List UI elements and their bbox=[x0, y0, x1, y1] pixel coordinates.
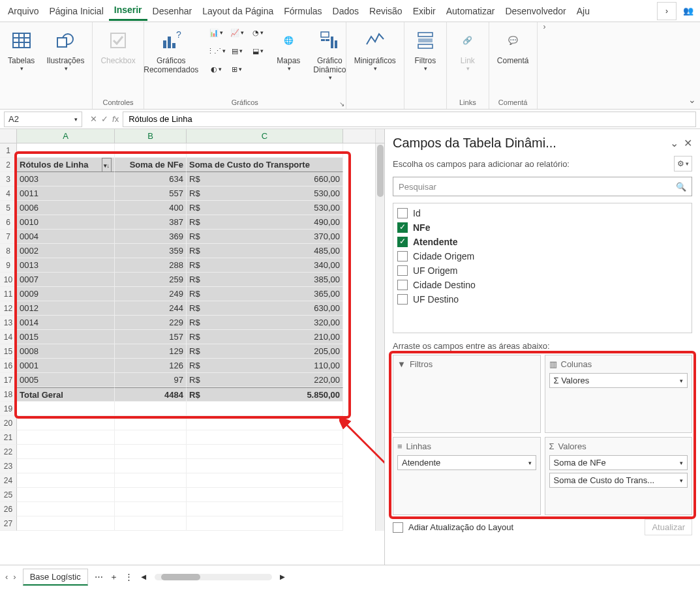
pivot-cell[interactable]: R$110,00 bbox=[187, 359, 343, 373]
pivot-cell[interactable]: R$340,00 bbox=[187, 258, 343, 273]
pivot-cell[interactable]: R$320,00 bbox=[187, 316, 343, 330]
overflow-button[interactable]: › bbox=[657, 2, 677, 20]
pivot-cell[interactable]: 129 bbox=[115, 344, 187, 359]
pivot-cell[interactable]: 0003 bbox=[17, 172, 115, 186]
filters-button[interactable]: Filtros▾ bbox=[408, 25, 442, 74]
pivot-cell[interactable]: 157 bbox=[115, 330, 187, 344]
close-pane-icon[interactable]: ✕ bbox=[684, 137, 692, 149]
menu-formulas[interactable]: Fórmulas bbox=[279, 2, 327, 20]
pivot-cell[interactable]: 0008 bbox=[17, 344, 115, 359]
columns-values-pill[interactable]: Σ Valores▾ bbox=[549, 373, 688, 388]
field-item[interactable]: UF Origem bbox=[396, 263, 689, 278]
name-box[interactable]: A2 ▾ bbox=[4, 112, 82, 127]
prev-sheet-icon[interactable]: ‹ bbox=[5, 572, 8, 582]
fx-icon[interactable]: fx bbox=[112, 114, 119, 124]
pivot-total-nfe[interactable]: 4484 bbox=[115, 387, 187, 402]
pivot-cell[interactable]: 249 bbox=[115, 287, 187, 301]
field-item[interactable]: UF Destino bbox=[396, 292, 689, 306]
pivot-cell[interactable]: R$530,00 bbox=[187, 201, 343, 215]
menu-desenvolvedor[interactable]: Desenvolvedor bbox=[500, 2, 571, 20]
pivot-cell[interactable]: R$365,00 bbox=[187, 287, 343, 301]
more-charts-icon[interactable] bbox=[248, 61, 267, 77]
pivot-cell[interactable]: 0002 bbox=[17, 244, 115, 258]
horizontal-scrollbar[interactable] bbox=[155, 574, 272, 580]
pivot-cell[interactable]: 97 bbox=[115, 373, 187, 387]
pivot-cell[interactable]: R$385,00 bbox=[187, 273, 343, 287]
hscroll-right-icon[interactable]: ► bbox=[279, 572, 287, 582]
menu-desenhar[interactable]: Desenhar bbox=[147, 2, 198, 20]
pivot-cell[interactable]: R$660,00 bbox=[187, 172, 343, 186]
pivot-cell[interactable]: 634 bbox=[115, 172, 187, 186]
pivot-cell[interactable]: 0007 bbox=[17, 273, 115, 287]
pivot-cell[interactable]: 0010 bbox=[17, 215, 115, 230]
pivot-cell[interactable]: 0011 bbox=[17, 186, 115, 201]
defer-checkbox[interactable] bbox=[393, 522, 403, 533]
tables-button[interactable]: Tabelas▾ bbox=[4, 25, 38, 74]
pivot-cell[interactable]: R$370,00 bbox=[187, 230, 343, 244]
menu-dados[interactable]: Dados bbox=[327, 2, 364, 20]
pivot-cell[interactable]: 0013 bbox=[17, 258, 115, 273]
rows-area[interactable]: ≡Linhas Atendente▾ bbox=[393, 437, 541, 515]
menu-automatizar[interactable]: Automatizar bbox=[441, 2, 500, 20]
pivot-cell[interactable]: R$220,00 bbox=[187, 373, 343, 387]
pivot-cell[interactable]: 244 bbox=[115, 301, 187, 316]
menu-pagina-inicial[interactable]: Página Inicial bbox=[44, 2, 108, 20]
menu-layout[interactable]: Layout da Página bbox=[197, 2, 279, 20]
field-item[interactable]: Id bbox=[396, 206, 689, 220]
field-checkbox[interactable] bbox=[397, 251, 408, 261]
field-item[interactable]: Cidade Origem bbox=[396, 249, 689, 263]
col-header-c[interactable]: C bbox=[187, 129, 343, 143]
scatter-chart-icon[interactable]: ⋮⋰▾ bbox=[206, 43, 226, 59]
accept-formula-icon[interactable]: ✓ bbox=[101, 114, 108, 124]
bar-chart-icon[interactable]: ▤▾ bbox=[227, 43, 247, 59]
pivot-cell[interactable]: 557 bbox=[115, 186, 187, 201]
next-sheet-icon[interactable]: › bbox=[13, 572, 16, 582]
filters-area[interactable]: ▼Filtros bbox=[393, 355, 541, 433]
pivot-cell[interactable]: R$530,00 bbox=[187, 186, 343, 201]
pivot-cell[interactable]: 126 bbox=[115, 359, 187, 373]
pie-chart-icon[interactable]: ◔▾ bbox=[248, 25, 267, 40]
gear-icon[interactable]: ⚙▾ bbox=[674, 156, 692, 171]
menu-revisao[interactable]: Revisão bbox=[364, 2, 408, 20]
stock-chart-icon[interactable]: ◐▾ bbox=[206, 61, 226, 77]
pivot-cell[interactable]: 229 bbox=[115, 316, 187, 330]
field-checkbox[interactable] bbox=[397, 222, 408, 233]
collapse-ribbon-icon[interactable]: ⌄ bbox=[688, 95, 696, 105]
pivot-header-nfe[interactable]: Soma de NFe bbox=[115, 158, 187, 172]
pivot-cell[interactable]: R$630,00 bbox=[187, 301, 343, 316]
columns-area[interactable]: ▥Colunas Σ Valores▾ bbox=[545, 355, 693, 433]
sparklines-button[interactable]: Minigráficos▾ bbox=[350, 25, 400, 74]
share-icon[interactable]: 👥 bbox=[679, 6, 697, 16]
pivot-cell[interactable]: 259 bbox=[115, 273, 187, 287]
pivot-header-custo[interactable]: Soma de Custo do Transporte bbox=[187, 158, 343, 172]
field-checkbox[interactable] bbox=[397, 294, 408, 305]
histogram-icon[interactable]: ⊞▾ bbox=[227, 61, 247, 77]
illustrations-button[interactable]: Ilustrações▾ bbox=[42, 25, 88, 74]
pivot-cell[interactable]: 0015 bbox=[17, 330, 115, 344]
field-search[interactable]: Pesquisar 🔍 bbox=[393, 177, 692, 196]
menu-arquivo[interactable]: Arquivo bbox=[3, 2, 44, 20]
pivot-cell[interactable]: R$485,00 bbox=[187, 244, 343, 258]
comments-button[interactable]: 💬 Comentá bbox=[493, 25, 533, 68]
cancel-formula-icon[interactable]: ✕ bbox=[90, 114, 97, 124]
menu-ajuda[interactable]: Aju bbox=[571, 2, 595, 20]
field-list[interactable]: Id NFe Atendente Cidade Origem UF Origem… bbox=[393, 203, 692, 333]
pivot-cell[interactable]: 359 bbox=[115, 244, 187, 258]
col-header-a[interactable]: A bbox=[17, 129, 115, 143]
chevron-down-icon[interactable]: ▾ bbox=[74, 116, 78, 123]
hscroll-left-icon[interactable]: ◄ bbox=[140, 572, 148, 582]
recommended-charts-button[interactable]: ? Gráficos Recomendados bbox=[140, 25, 202, 77]
pivot-cell[interactable]: 0009 bbox=[17, 287, 115, 301]
maps-button[interactable]: 🌐 Mapas▾ bbox=[271, 25, 305, 74]
field-item[interactable]: Atendente bbox=[396, 235, 689, 249]
vertical-scrollbar[interactable] bbox=[375, 143, 384, 531]
formula-input[interactable] bbox=[123, 112, 696, 127]
pivot-cell[interactable]: 0005 bbox=[17, 373, 115, 387]
pivot-cell[interactable]: 400 bbox=[115, 201, 187, 215]
ribbon-overflow[interactable]: › bbox=[538, 22, 552, 31]
line-chart-icon[interactable]: 📈▾ bbox=[227, 25, 247, 40]
field-item[interactable]: NFe bbox=[396, 220, 689, 235]
pivot-cell[interactable]: 288 bbox=[115, 258, 187, 273]
field-checkbox[interactable] bbox=[397, 237, 408, 247]
pivot-header-labels[interactable]: Rótulos de Linha ▾↓ bbox=[17, 158, 115, 172]
